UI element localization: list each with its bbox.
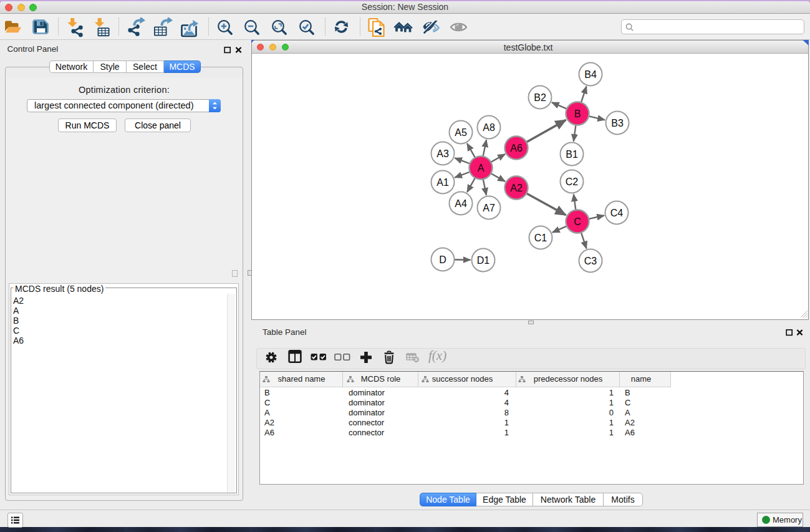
svg-text:D1: D1 [477,255,490,266]
svg-text:A8: A8 [483,122,495,133]
svg-text:C1: C1 [534,233,547,243]
svg-text:A7: A7 [483,203,495,213]
svg-text:A: A [478,163,485,173]
svg-text:D: D [439,254,446,265]
svg-text:B1: B1 [566,149,578,160]
svg-text:B4: B4 [584,69,597,80]
svg-text:A3: A3 [436,148,449,159]
svg-text:A4: A4 [455,198,467,209]
svg-text:A1: A1 [436,177,449,188]
svg-text:A2: A2 [510,183,523,193]
svg-text:A5: A5 [455,127,467,138]
svg-text:C2: C2 [566,177,579,187]
svg-text:B3: B3 [611,118,624,128]
svg-text:A6: A6 [510,143,523,153]
svg-text:B2: B2 [534,92,546,103]
svg-text:C: C [574,216,581,227]
svg-text:C4: C4 [610,208,624,218]
svg-text:B: B [574,109,581,119]
svg-text:C3: C3 [584,256,597,266]
